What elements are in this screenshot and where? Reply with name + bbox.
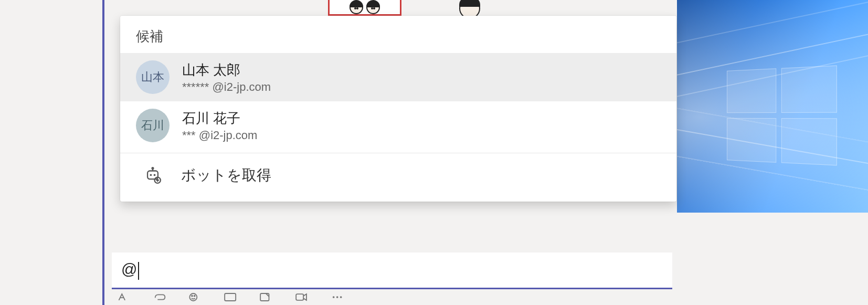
emoji-icon[interactable] <box>188 292 203 302</box>
suggestion-item[interactable]: 山本 山本 太郎 ****** @i2-jp.com <box>120 53 676 101</box>
illustration-person-icon <box>350 1 363 14</box>
svg-point-8 <box>189 293 197 301</box>
format-icon[interactable] <box>117 292 132 302</box>
welcome-illustration <box>328 0 527 16</box>
get-bots-label: ボットを取得 <box>181 165 271 185</box>
divider <box>120 153 676 153</box>
illustration-person-icon <box>366 1 380 14</box>
suggestion-email: ****** @i2-jp.com <box>182 80 271 94</box>
svg-point-15 <box>336 296 338 298</box>
windows-logo-icon <box>727 66 837 166</box>
mention-suggestion-popup: 候補 山本 山本 太郎 ****** @i2-jp.com 石川 石川 花子 *… <box>120 16 676 202</box>
compose-text: @ <box>121 260 139 279</box>
more-icon[interactable] <box>331 292 346 302</box>
avatar: 石川 <box>136 109 170 142</box>
svg-point-10 <box>194 296 195 297</box>
bot-icon <box>141 164 164 187</box>
attach-icon[interactable] <box>153 292 167 302</box>
svg-point-1 <box>150 174 152 176</box>
gif-icon[interactable] <box>224 292 239 302</box>
svg-point-16 <box>340 296 342 298</box>
popup-header: 候補 <box>120 16 676 53</box>
suggestion-item[interactable]: 石川 石川 花子 *** @i2-jp.com <box>120 101 676 150</box>
meet-icon[interactable] <box>295 292 310 302</box>
suggestion-email: *** @i2-jp.com <box>182 129 257 142</box>
svg-point-9 <box>192 296 193 297</box>
svg-point-4 <box>152 167 154 169</box>
suggestion-name: 石川 花子 <box>182 109 257 128</box>
get-bots-action[interactable]: ボットを取得 <box>120 154 676 196</box>
suggestion-name: 山本 太郎 <box>182 61 271 79</box>
svg-rect-11 <box>225 293 236 301</box>
illustration-people-frame <box>328 0 401 16</box>
svg-point-2 <box>154 174 156 176</box>
avatar: 山本 <box>136 60 170 94</box>
text-caret <box>138 262 139 280</box>
compose-toolbar <box>112 292 672 305</box>
svg-rect-13 <box>296 294 303 300</box>
teams-channel-pane: 候補 山本 山本 太郎 ****** @i2-jp.com 石川 石川 花子 *… <box>102 0 677 305</box>
message-compose-box[interactable]: @ <box>112 253 672 289</box>
svg-point-14 <box>333 296 335 298</box>
compose-typed-text: @ <box>121 260 137 278</box>
sticker-icon[interactable] <box>260 292 274 302</box>
